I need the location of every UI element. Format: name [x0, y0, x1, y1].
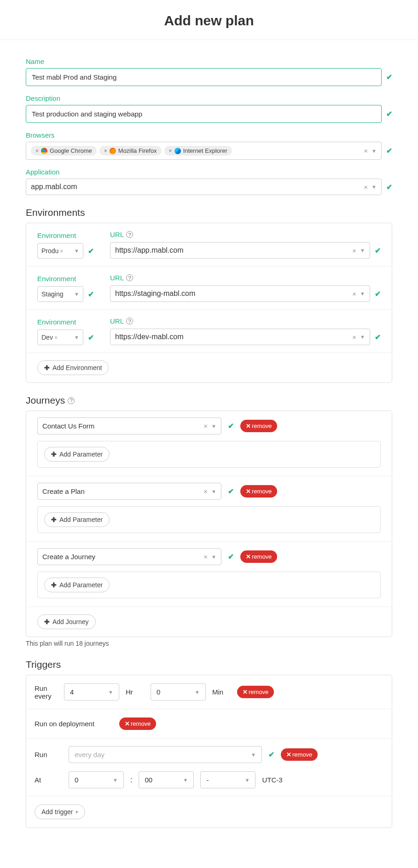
name-input[interactable] [26, 68, 382, 86]
chip-label: Internet Explorer [183, 147, 227, 154]
chip-label: Mozilla Firefox [118, 147, 157, 154]
plus-icon: ✚ [44, 618, 50, 625]
url-label: URL ? [110, 231, 381, 238]
chevron-down-icon[interactable]: ▼ [211, 489, 216, 494]
add-parameter-button[interactable]: ✚ Add Parameter [44, 512, 110, 527]
page-title: Add new plan [0, 0, 418, 40]
clear-icon[interactable]: × [203, 422, 208, 430]
journey-select[interactable]: Create a Journey × ▼ [37, 548, 221, 565]
url-label: URL ? [110, 317, 381, 325]
environment-value: Staging [41, 290, 63, 298]
remove-journey-button[interactable]: ✕remove [240, 485, 277, 498]
chip-label: Google Chrome [50, 147, 92, 154]
chip-remove-icon[interactable]: × [104, 148, 107, 154]
chevron-down-icon[interactable]: ▼ [74, 248, 79, 254]
browser-chip[interactable]: × Internet Explorer [164, 146, 232, 156]
remove-journey-button[interactable]: ✕remove [240, 550, 277, 563]
help-icon[interactable]: ? [126, 231, 133, 238]
environment-select[interactable]: Produ× ▼ [37, 243, 83, 259]
chevron-down-icon[interactable]: ▼ [360, 248, 365, 253]
remove-trigger-button[interactable]: ✕remove [119, 718, 156, 730]
url-select[interactable]: https://dev-mabl.com × ▼ [110, 329, 370, 345]
add-environment-button[interactable]: ✚ Add Environment [37, 360, 109, 375]
add-parameter-button[interactable]: ✚ Add Parameter [44, 578, 110, 592]
run-every-label: Run every [35, 684, 58, 700]
clear-icon[interactable]: × [203, 487, 208, 495]
run-label: Run [35, 751, 62, 758]
journey-name: Create a Journey [42, 553, 95, 561]
clear-icon[interactable]: × [352, 333, 356, 341]
chrome-icon [41, 148, 47, 154]
chip-remove-icon[interactable]: × [169, 148, 172, 154]
minute-select[interactable]: 0▼ [151, 683, 206, 700]
check-icon: ✔ [386, 110, 392, 118]
clear-icon[interactable]: × [203, 553, 208, 561]
help-icon[interactable]: ? [68, 397, 75, 404]
check-icon: ✔ [375, 333, 381, 341]
environment-label: Environment [37, 231, 97, 239]
chevron-down-icon[interactable]: ▼ [360, 291, 365, 296]
environment-label: Environment [37, 318, 97, 326]
browser-chip[interactable]: × Google Chrome [31, 146, 97, 156]
environment-value: Dev× [41, 334, 58, 341]
add-trigger-button[interactable]: Add trigger▾ [35, 804, 85, 819]
plus-icon: ✚ [44, 364, 50, 371]
chevron-down-icon[interactable]: ▼ [211, 554, 216, 560]
url-label: URL ? [110, 274, 381, 282]
chevron-down-icon[interactable]: ▼ [360, 334, 365, 340]
url-value: https://app.mabl.com [115, 246, 184, 255]
check-icon: ✔ [375, 289, 381, 298]
description-input[interactable] [26, 105, 382, 123]
url-select[interactable]: https://app.mabl.com × ▼ [110, 242, 370, 259]
browsers-select[interactable]: × Google Chrome× Mozilla Firefox× Intern… [26, 142, 382, 160]
help-icon[interactable]: ? [126, 274, 133, 281]
at-label: At [35, 776, 62, 784]
journey-name: Contact Us Form [42, 422, 94, 430]
url-value: https://dev-mabl.com [115, 333, 184, 341]
journey-select[interactable]: Create a Plan × ▼ [37, 483, 221, 500]
check-icon: ✔ [88, 333, 94, 342]
clear-icon[interactable]: × [352, 290, 356, 298]
url-select[interactable]: https://staging-mabl.com × ▼ [110, 285, 370, 302]
plus-icon: ✚ [51, 516, 57, 523]
chevron-down-icon[interactable]: ▼ [74, 291, 79, 297]
add-journey-button[interactable]: ✚ Add Journey [37, 614, 96, 629]
at-hour-select[interactable]: 0▼ [69, 771, 124, 788]
browser-chip[interactable]: × Mozilla Firefox [99, 146, 162, 156]
hour-select[interactable]: 4▼ [64, 683, 119, 700]
chip-remove-icon[interactable]: × [35, 148, 39, 154]
check-icon: ✔ [386, 183, 392, 191]
schedule-select[interactable]: every day▼ [69, 746, 262, 763]
browsers-label: Browsers [26, 131, 392, 139]
remove-journey-button[interactable]: ✕remove [240, 420, 277, 432]
ie-icon [174, 148, 181, 154]
add-parameter-button[interactable]: ✚ Add Parameter [44, 447, 110, 462]
chevron-down-icon[interactable]: ▼ [372, 148, 377, 154]
clear-icon[interactable]: × [54, 335, 58, 341]
environment-select[interactable]: Dev× ▼ [37, 330, 83, 345]
remove-trigger-button[interactable]: ✕remove [281, 748, 318, 761]
environment-select[interactable]: Staging ▼ [37, 286, 83, 302]
environment-value: Produ× [41, 247, 63, 255]
clear-icon[interactable]: × [364, 183, 368, 191]
plus-icon: ✚ [51, 581, 57, 589]
journey-select[interactable]: Contact Us Form × ▼ [37, 417, 221, 434]
chevron-down-icon[interactable]: ▼ [211, 423, 216, 429]
environment-label: Environment [37, 275, 97, 283]
journeys-heading: Journeys ? [26, 395, 392, 406]
help-icon[interactable]: ? [126, 318, 133, 324]
application-select[interactable]: app.mabl.com × ▼ [26, 179, 382, 195]
url-value: https://staging-mabl.com [115, 289, 195, 298]
firefox-icon [110, 148, 116, 154]
timezone-label: UTC-3 [262, 776, 282, 784]
remove-trigger-button[interactable]: ✕remove [237, 686, 274, 698]
description-label: Description [26, 94, 392, 102]
chevron-down-icon[interactable]: ▼ [372, 184, 377, 190]
clear-icon[interactable]: × [352, 247, 356, 255]
run-on-deployment-label: Run on deployment [35, 720, 113, 728]
chevron-down-icon[interactable]: ▼ [74, 335, 79, 340]
ampm-select[interactable]: -▼ [200, 771, 255, 788]
at-minute-select[interactable]: 00▼ [139, 771, 194, 788]
clear-icon[interactable]: × [364, 147, 368, 155]
clear-icon[interactable]: × [60, 248, 63, 255]
